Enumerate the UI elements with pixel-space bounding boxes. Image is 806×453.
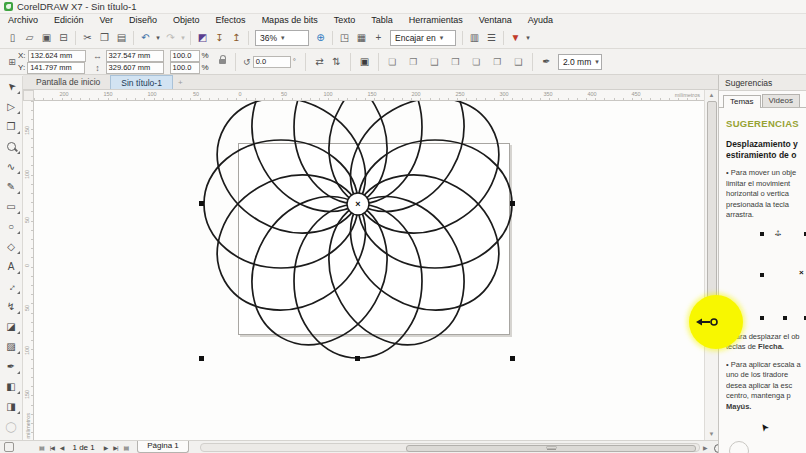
edit-fill-icon[interactable]: ▣ <box>356 54 373 70</box>
paste-icon[interactable]: ▤ <box>113 30 130 46</box>
first-page-button[interactable]: |◀ <box>47 444 57 451</box>
scale-y-field[interactable]: 100.0 <box>170 62 200 74</box>
x-position-field[interactable]: 132.624 mm <box>28 50 86 62</box>
scroll-down-icon[interactable]: ▼ <box>705 429 718 439</box>
redo-icon[interactable]: ↷ <box>162 30 179 46</box>
new-tab-button[interactable]: + <box>173 75 188 89</box>
shape-tool[interactable]: ▷ <box>0 96 22 116</box>
parallel-dimension-tool[interactable]: ↔ <box>0 276 22 296</box>
horizontal-ruler[interactable]: milímetros200150100500501001502002503003… <box>34 90 704 101</box>
drawing-canvas[interactable]: × <box>34 101 704 440</box>
horizontal-scrollbar-thumb[interactable] <box>406 445 696 452</box>
import-icon[interactable]: ↧ <box>211 30 228 46</box>
last-page-button[interactable]: ▶| <box>110 444 120 451</box>
redo-dropdown-icon[interactable]: ▾ <box>179 30 187 46</box>
welcome-screen-icon[interactable]: ▥ <box>466 30 483 46</box>
undo-dropdown-icon[interactable]: ▾ <box>154 30 162 46</box>
spirograph-drawing[interactable]: × <box>34 101 704 440</box>
horizontal-scrollbar[interactable] <box>200 443 700 452</box>
selection-handle[interactable] <box>199 201 204 206</box>
show-rulers-icon[interactable]: ◳ <box>336 30 353 46</box>
menu-herramientas[interactable]: Herramientas <box>401 14 471 27</box>
next-page-button[interactable]: ▶ <box>101 444 111 451</box>
menu-diseno[interactable]: Diseño <box>121 14 165 27</box>
vertical-ruler[interactable]: milímetros15010050050100150 <box>23 101 34 440</box>
selection-handle[interactable] <box>355 356 360 361</box>
print-icon[interactable]: ⊟ <box>55 30 72 46</box>
ellipse-tool[interactable]: ○ <box>0 216 22 236</box>
copy-icon[interactable]: ❐ <box>96 30 113 46</box>
front-minus-back-icon[interactable]: ❐ <box>489 54 506 70</box>
options-icon[interactable]: ▼ <box>507 30 524 46</box>
tab-videos[interactable]: Videos <box>762 94 800 107</box>
ruler-origin-button[interactable] <box>23 90 34 101</box>
weld-icon[interactable]: ❐ <box>405 54 422 70</box>
mirror-horizontal-icon[interactable]: ⇄ <box>311 54 328 70</box>
search-content-icon[interactable]: ◩ <box>194 30 211 46</box>
transparency-tool[interactable]: ▨ <box>0 336 22 356</box>
interactive-fill-tool[interactable]: ◧ <box>0 376 22 396</box>
selection-handle[interactable] <box>199 356 204 361</box>
fullscreen-preview-icon[interactable]: ⊕ <box>312 30 329 46</box>
tab-pantalla-de-inicio[interactable]: Pantalla de inicio <box>26 75 110 89</box>
polygon-tool[interactable]: ◇ <box>0 236 22 256</box>
lock-ratio-icon[interactable] <box>219 59 226 64</box>
menu-efectos[interactable]: Efectos <box>208 14 254 27</box>
new-document-icon[interactable]: ▯ <box>4 30 21 46</box>
save-icon[interactable]: ▣ <box>38 30 55 46</box>
scroll-up-icon[interactable]: ▲ <box>705 90 718 100</box>
undo-icon[interactable]: ↶ <box>137 30 154 46</box>
dockers-icon[interactable]: ☰ <box>483 30 500 46</box>
page-tab[interactable]: Página 1 <box>137 441 189 453</box>
color-eyedropper-tool[interactable]: ✒ <box>0 356 22 376</box>
menu-ver[interactable]: Ver <box>92 14 122 27</box>
text-tool[interactable]: A <box>0 256 22 276</box>
menu-texto[interactable]: Texto <box>326 14 364 27</box>
mirror-vertical-icon[interactable]: ⇅ <box>328 54 345 70</box>
scale-x-field[interactable]: 100.0 <box>170 50 200 62</box>
freehand-tool[interactable]: ∿ <box>0 156 22 176</box>
zoom-tool[interactable] <box>0 136 22 156</box>
cut-icon[interactable]: ✂ <box>79 30 96 46</box>
zoom-level-select[interactable]: 36%▾ <box>255 30 309 46</box>
vertical-scrollbar-thumb[interactable] <box>707 101 717 299</box>
back-minus-front-icon[interactable]: ❑ <box>510 54 527 70</box>
menu-objeto[interactable]: Objeto <box>165 14 208 27</box>
crop-tool[interactable]: ❐ <box>0 116 22 136</box>
show-grid-icon[interactable]: ▦ <box>353 30 370 46</box>
outline-width-select[interactable]: 2.0 mm ▾ <box>558 54 602 70</box>
menu-tabla[interactable]: Tabla <box>363 14 401 27</box>
menu-ayuda[interactable]: Ayuda <box>520 14 561 27</box>
vertical-scrollbar[interactable]: ▲ ▼ <box>704 90 718 440</box>
previous-page-button[interactable]: ◀ <box>57 444 67 451</box>
trim-icon[interactable]: ❑ <box>426 54 443 70</box>
tab-temas[interactable]: Temas <box>723 95 761 108</box>
menu-edicion[interactable]: Edición <box>46 14 92 27</box>
outline-tool[interactable]: ◯ <box>0 416 22 436</box>
pick-tool[interactable]: ➤ <box>0 76 22 96</box>
simplify-icon[interactable]: ❏ <box>468 54 485 70</box>
scroll-right-icon[interactable]: ▶ <box>703 444 708 451</box>
menu-ventana[interactable]: Ventana <box>471 14 520 27</box>
selection-handle[interactable] <box>510 356 515 361</box>
options-dropdown-icon[interactable]: ▾ <box>524 30 532 46</box>
show-guidelines-icon[interactable]: + <box>370 30 387 46</box>
smart-fill-tool[interactable]: ◨ <box>0 396 22 416</box>
y-position-field[interactable]: 141.797 mm <box>27 62 85 74</box>
object-height-field[interactable]: 329.607 mm <box>106 62 164 74</box>
intersect-icon[interactable]: ❒ <box>447 54 464 70</box>
selection-handle[interactable] <box>510 201 515 206</box>
add-page-icon[interactable]: ▤ <box>121 444 132 451</box>
rectangle-tool[interactable]: ▭ <box>0 196 22 216</box>
rotation-angle-field[interactable]: 0.0 <box>253 56 291 68</box>
snap-to-select[interactable]: Encajar en▾ <box>390 30 456 46</box>
combine-icon[interactable]: ❏ <box>384 54 401 70</box>
connector-tool[interactable]: ↯ <box>0 296 22 316</box>
menu-mapas-de-bits[interactable]: Mapas de bits <box>254 14 326 27</box>
menu-archivo[interactable]: Archivo <box>0 14 46 27</box>
docker-title[interactable]: Sugerencias <box>719 75 806 91</box>
artistic-media-tool[interactable]: ✎ <box>0 176 22 196</box>
open-icon[interactable]: ▱ <box>21 30 38 46</box>
export-icon[interactable]: ↥ <box>228 30 245 46</box>
object-width-field[interactable]: 327.547 mm <box>106 50 164 62</box>
